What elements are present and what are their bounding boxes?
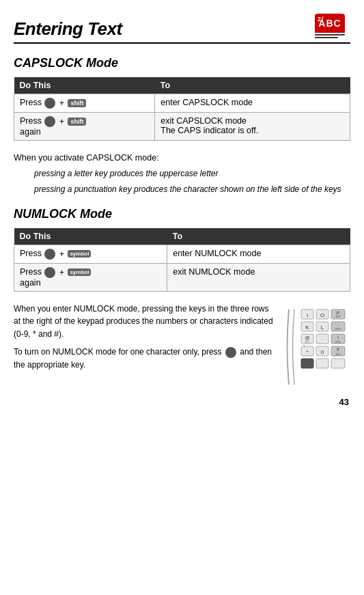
plus-1: + (59, 98, 64, 108)
numlock-description-area: When you enter NUMLOCK mode, pressing th… (14, 303, 350, 396)
circle-key-3 (44, 249, 55, 260)
capslock-row1-do: Press + shift (14, 94, 155, 113)
svg-text:wxy: wxy (335, 340, 341, 344)
capslock-exit-text: exit CAPSLOCK mode (160, 116, 247, 126)
table-row: Press + shift again exit CAPSLOCK mode T… (14, 113, 350, 141)
page-header: Entering Text 2/ ABC (14, 14, 350, 44)
svg-text:O: O (320, 312, 324, 318)
capslock-section: CAPSLOCK Mode Do This To Press + shift e… (14, 56, 350, 196)
capslock-table: Do This To Press + shift enter CAPSLOCK … (14, 77, 350, 141)
again-label: again (20, 127, 41, 137)
plus-3: + (59, 249, 64, 259)
press-label-4: Press (20, 267, 42, 277)
numlock-col2-header: To (167, 228, 350, 245)
numlock-row2-to: exit NUMLOCK mode (167, 263, 350, 291)
capslock-desc-intro: When you activate CAPSLOCK mode: (14, 152, 350, 165)
numlock-table: Do This To Press + symbol enter NUMLOCK … (14, 228, 350, 292)
svg-rect-31 (316, 359, 328, 368)
svg-text:7: 7 (303, 344, 305, 348)
circle-key-2 (44, 116, 55, 127)
capslock-title: CAPSLOCK Mode (14, 56, 350, 70)
plus-4: + (59, 268, 64, 277)
plus-2: + (59, 117, 64, 126)
press-label-1: Press (20, 98, 42, 107)
caps-indicator-text: The CAPS indicator is off. (160, 126, 258, 135)
shift-key-2: shift (68, 117, 86, 126)
numlock-description-text: When you enter NUMLOCK mode, pressing th… (14, 303, 275, 396)
svg-text:#: # (337, 347, 339, 352)
svg-text:0: 0 (321, 349, 324, 355)
numlock-para2-start: To turn on NUMLOCK mode for one characte… (14, 347, 222, 357)
svg-text:*: * (306, 349, 308, 355)
svg-text:prs: prs (305, 340, 310, 344)
svg-text:K: K (305, 324, 309, 331)
capslock-row2-to: exit CAPSLOCK mode The CAPS indicator is… (155, 113, 350, 141)
svg-text:mno: mno (335, 327, 341, 331)
page-number: 43 (339, 397, 349, 407)
symbol-key-2: symbol (68, 268, 91, 276)
svg-text:tuv: tuv (336, 352, 341, 356)
capslock-row2-do: Press + shift again (14, 113, 155, 141)
capslock-col2-header: To (155, 77, 350, 94)
abc-icon: 2/ ABC (315, 14, 350, 40)
capslock-bullet-1: pressing a letter key produces the upper… (34, 167, 350, 180)
circle-key-5 (225, 347, 236, 358)
svg-text:I: I (307, 312, 308, 318)
table-row: Press + shift enter CAPSLOCK mode (14, 94, 350, 113)
capslock-row1-to: enter CAPSLOCK mode (155, 94, 350, 113)
svg-text:L: L (321, 324, 324, 331)
page-title: Entering Text (14, 18, 122, 40)
again-label-2: again (20, 278, 41, 288)
table-row: Press + symbol enter NUMLOCK mode (14, 245, 350, 263)
capslock-col1-header: Do This (14, 77, 155, 94)
numlock-row1-to: enter NUMLOCK mode (167, 245, 350, 263)
numlock-col1-header: Do This (14, 228, 167, 245)
circle-key-4 (44, 267, 55, 278)
table-row: Press + symbol again exit NUMLOCK mode (14, 263, 350, 291)
svg-text:.: . (322, 335, 323, 340)
numlock-row1-do: Press + symbol (14, 245, 167, 263)
keyboard-image: I O P def K L : mno @ (282, 303, 350, 396)
shift-key-1: shift (68, 99, 86, 107)
numlock-desc-para2: To turn on NUMLOCK mode for one characte… (14, 346, 275, 371)
symbol-key-1: symbol (68, 250, 91, 258)
press-label-2: Press (20, 116, 42, 126)
circle-key-1 (44, 98, 55, 109)
numlock-row2-do: Press + symbol again (14, 263, 167, 291)
numlock-desc-para1: When you enter NUMLOCK mode, pressing th… (14, 303, 275, 341)
capslock-bullet-2: pressing a punctuation key produces the … (34, 183, 350, 196)
numlock-section: NUMLOCK Mode Do This To Press + symbol e… (14, 207, 350, 396)
svg-text:def: def (336, 314, 341, 318)
keyboard-svg: I O P def K L : mno @ (282, 303, 350, 391)
press-label-3: Press (20, 249, 42, 258)
numlock-title: NUMLOCK Mode (14, 207, 350, 221)
capslock-description: When you activate CAPSLOCK mode: pressin… (14, 152, 350, 196)
svg-rect-32 (331, 359, 345, 368)
page-container: Entering Text 2/ ABC CAPSLOCK Mode Do Th… (0, 0, 364, 417)
svg-rect-30 (301, 359, 313, 368)
